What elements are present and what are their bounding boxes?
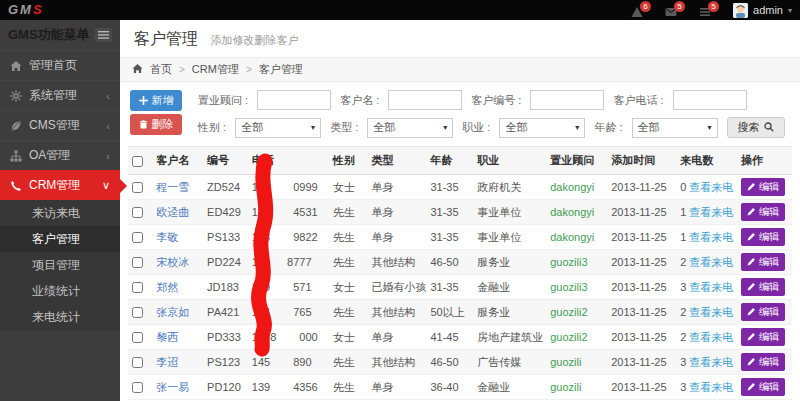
customer-code-input[interactable] — [530, 90, 604, 110]
customer-name-link[interactable]: 张京如 — [156, 306, 189, 318]
customer-age: 46-50 — [426, 250, 473, 275]
view-calls-link[interactable]: 查看来电 — [689, 281, 733, 293]
added-date: 2013-11-25 — [607, 325, 676, 350]
edit-button[interactable]: 编辑 — [741, 303, 785, 321]
col-phone: 电话 — [248, 147, 329, 175]
home-icon — [10, 60, 22, 72]
active-menu-arrow — [120, 179, 127, 193]
search-button[interactable]: 搜索 — [727, 117, 785, 138]
consultant-input[interactable] — [257, 90, 331, 110]
job-select[interactable]: 全部▾ — [499, 118, 585, 138]
customer-age: 31-35 — [426, 200, 473, 225]
col-customer-name: 客户名 — [152, 147, 203, 175]
col-type: 类型 — [368, 147, 427, 175]
customer-phone: 145890 — [248, 350, 329, 375]
row-checkbox[interactable] — [132, 182, 143, 193]
table-row: 张一易PD1201394356先生单身36-40金融业guozili2013-1… — [128, 375, 792, 400]
edit-button[interactable]: 编辑 — [741, 278, 785, 296]
gear-icon — [10, 90, 22, 102]
customer-job: 事业单位 — [473, 200, 546, 225]
view-calls-link[interactable]: 查看来电 — [689, 256, 733, 268]
edit-button[interactable]: 编辑 — [741, 378, 785, 396]
row-checkbox[interactable] — [132, 257, 143, 268]
customer-age: 31-35 — [426, 275, 473, 300]
age-select[interactable]: 全部▾ — [632, 118, 718, 138]
table-row: 黎西PD3331348000女士单身41-45房地产建筑业guozili2201… — [128, 325, 792, 350]
row-checkbox[interactable] — [132, 282, 143, 293]
row-checkbox[interactable] — [132, 207, 143, 218]
view-calls-link[interactable]: 查看来电 — [689, 381, 733, 393]
sidebar-subitem-project-mgmt[interactable]: 项目管理 — [0, 252, 120, 278]
sidebar-item-crm[interactable]: CRM管理 ∨ — [0, 170, 120, 200]
view-calls-link[interactable]: 查看来电 — [689, 306, 733, 318]
select-all-checkbox[interactable] — [132, 156, 143, 167]
edit-button[interactable]: 编辑 — [741, 353, 785, 371]
customer-name-link[interactable]: 李敬 — [156, 231, 178, 243]
sidebar-subitem-customer-mgmt[interactable]: 客户管理 — [0, 226, 120, 252]
edit-button[interactable]: 编辑 — [741, 228, 785, 246]
view-calls-link[interactable]: 查看来电 — [689, 181, 733, 193]
row-checkbox[interactable] — [132, 357, 143, 368]
avatar — [733, 3, 748, 18]
breadcrumb-customer[interactable]: 客户管理 — [259, 62, 303, 77]
customer-name-input[interactable] — [388, 90, 462, 110]
row-checkbox[interactable] — [132, 307, 143, 318]
username-label: admin — [753, 4, 783, 16]
customer-age: 41-45 — [426, 325, 473, 350]
user-menu[interactable]: admin ▾ — [733, 3, 792, 18]
calls-count: 1 — [680, 231, 686, 243]
customer-name-link[interactable]: 张一易 — [156, 381, 189, 393]
customer-code: PD120 — [203, 375, 248, 400]
consultant-name: dakongyi — [550, 206, 594, 218]
row-checkbox[interactable] — [132, 232, 143, 243]
row-checkbox[interactable] — [132, 332, 143, 343]
col-added: 添加时间 — [607, 147, 676, 175]
notifications-tasks[interactable]: 5 — [699, 3, 713, 17]
customer-job: 服务业 — [473, 300, 546, 325]
consultant-name: dakongyi — [550, 231, 594, 243]
customer-job: 金融业 — [473, 275, 546, 300]
edit-button[interactable]: 编辑 — [741, 178, 785, 196]
add-button[interactable]: 新增 — [130, 90, 182, 111]
view-calls-link[interactable]: 查看来电 — [689, 356, 733, 368]
type-select[interactable]: 全部▾ — [367, 118, 453, 138]
customer-name-link[interactable]: 欧迳曲 — [156, 206, 189, 218]
consultant-name: dakongyi — [550, 181, 594, 193]
caret-down-icon: ▾ — [575, 123, 579, 132]
delete-button[interactable]: 删除 — [130, 114, 182, 135]
customer-name-link[interactable]: 李迢 — [156, 356, 178, 368]
edit-button[interactable]: 编辑 — [741, 203, 785, 221]
customer-name-link[interactable]: 宋校冰 — [156, 256, 189, 268]
customer-age: 36-40 — [426, 375, 473, 400]
added-date: 2013-11-25 — [607, 175, 676, 200]
sidebar-item-cms[interactable]: CMS管理 ‹ — [0, 110, 120, 140]
gender-select[interactable]: 全部▾ — [235, 118, 321, 138]
pencil-icon — [747, 382, 756, 393]
edit-button[interactable]: 编辑 — [741, 253, 785, 271]
sidebar-subitem-visit-calls[interactable]: 来访来电 — [0, 200, 120, 226]
view-calls-link[interactable]: 查看来电 — [689, 231, 733, 243]
sidebar-item-oa[interactable]: OA管理 ‹ — [0, 140, 120, 170]
customer-name-link[interactable]: 程一雪 — [156, 181, 189, 193]
notifications-messages[interactable]: 5 — [665, 3, 679, 17]
sidebar-item-system[interactable]: 系统管理 ‹ — [0, 80, 120, 110]
col-gender: 性别 — [329, 147, 368, 175]
breadcrumb-crm[interactable]: CRM管理 — [192, 62, 239, 77]
sidebar-item-home[interactable]: 管理首页 — [0, 50, 120, 80]
hamburger-menu-icon[interactable] — [95, 28, 112, 42]
edit-button[interactable]: 编辑 — [741, 328, 785, 346]
breadcrumb-home[interactable]: 首页 — [150, 62, 172, 77]
sidebar-subitem-performance-stats[interactable]: 业绩统计 — [0, 278, 120, 304]
view-calls-link[interactable]: 查看来电 — [689, 206, 733, 218]
sidebar-subitem-call-stats[interactable]: 来电统计 — [0, 304, 120, 330]
customer-name-link[interactable]: 郑然 — [156, 281, 178, 293]
view-calls-link[interactable]: 查看来电 — [689, 331, 733, 343]
pencil-icon — [747, 207, 756, 218]
customer-phone-input[interactable] — [673, 90, 747, 110]
notifications-warning[interactable]: 6 — [631, 3, 645, 17]
filter-label-gender: 性别 : — [198, 120, 226, 135]
table-header-row: 客户名 编号 电话 性别 类型 年龄 职业 置业顾问 添加时间 来电数 操作 — [128, 147, 792, 175]
customer-name-link[interactable]: 黎西 — [156, 331, 178, 343]
customer-code: PA421 — [203, 300, 248, 325]
row-checkbox[interactable] — [132, 382, 143, 393]
